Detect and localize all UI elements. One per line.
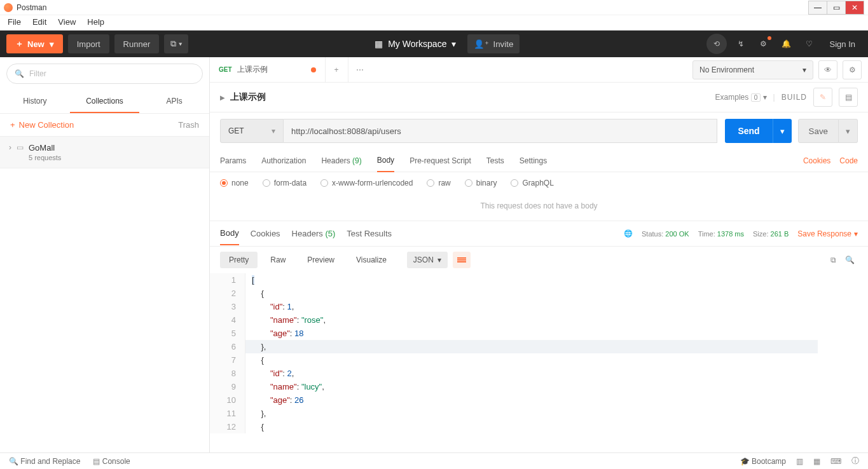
chevron-down-icon: ▾ — [451, 39, 456, 49]
workspace-selector[interactable]: ▦ My Workspace ▾ — [375, 39, 456, 49]
chevron-down-icon: ▾ — [272, 126, 275, 135]
save-dropdown[interactable]: ▾ — [839, 119, 858, 143]
request-tab[interactable]: GET 上课示例 — [210, 57, 326, 82]
format-selector[interactable]: JSON▾ — [407, 252, 448, 268]
shortcuts-icon[interactable]: ⌨ — [830, 457, 841, 466]
comments-button[interactable]: ▤ — [839, 88, 858, 107]
settings-icon[interactable]: ⚙ — [755, 35, 773, 53]
tab-headers[interactable]: Headers (9) — [321, 150, 361, 172]
collection-item[interactable]: › ▭ GoMall 5 requests — [0, 136, 209, 168]
resp-tab-cookies[interactable]: Cookies — [251, 222, 280, 245]
sign-in-link[interactable]: Sign In — [823, 39, 862, 49]
filter-input[interactable]: 🔍 Filter — [6, 64, 203, 84]
radio-none[interactable]: none — [220, 179, 249, 187]
no-body-message: This request does not have a body — [210, 194, 868, 221]
trash-link[interactable]: Trash — [178, 120, 199, 130]
chevron-down-icon: ▾ — [803, 65, 806, 74]
globe-icon[interactable]: 🌐 — [624, 229, 633, 238]
capture-icon[interactable]: ↯ — [732, 35, 750, 53]
radio-urlencoded[interactable]: x-www-form-urlencoded — [320, 179, 413, 187]
tab-settings[interactable]: Settings — [520, 150, 547, 172]
code-link[interactable]: Code — [839, 156, 858, 165]
examples-dropdown[interactable]: Examples 0 ▾ — [715, 93, 767, 102]
resp-tab-body[interactable]: Body — [220, 222, 239, 245]
url-row: GET▾ Send ▾ Save ▾ — [210, 112, 868, 149]
tab-more-button[interactable]: ⋯ — [348, 57, 371, 82]
search-response-button[interactable]: 🔍 — [841, 252, 858, 268]
send-button[interactable]: Send — [725, 119, 772, 143]
import-button[interactable]: Import — [68, 34, 109, 53]
copy-button[interactable]: ⧉ — [825, 252, 841, 268]
heart-icon[interactable]: ♡ — [801, 35, 818, 53]
view-preview[interactable]: Preview — [298, 252, 343, 268]
new-tab-button[interactable]: + — [326, 57, 348, 82]
url-input[interactable] — [284, 119, 717, 143]
menu-file[interactable]: File — [8, 17, 21, 27]
help-icon[interactable]: ⓘ — [851, 456, 859, 466]
menu-view[interactable]: View — [58, 17, 76, 27]
tab-body[interactable]: Body — [377, 149, 394, 172]
send-dropdown[interactable]: ▾ — [773, 119, 792, 143]
runner-button[interactable]: Runner — [114, 34, 160, 53]
find-replace-button[interactable]: 🔍 Find and Replace — [9, 457, 80, 466]
sync-icon[interactable]: ⟲ — [706, 34, 727, 54]
radio-raw[interactable]: raw — [427, 179, 450, 187]
request-section-tabs: Params Authorization Headers (9) Body Pr… — [210, 149, 868, 172]
close-button[interactable]: ✕ — [845, 1, 864, 15]
expand-icon[interactable]: ▶ — [220, 94, 225, 101]
menu-bar: File Edit View Help — [0, 15, 868, 31]
chevron-right-icon: › — [9, 143, 11, 152]
tab-params[interactable]: Params — [220, 150, 246, 172]
radio-graphql[interactable]: GraphQL — [511, 179, 553, 187]
tab-history[interactable]: History — [0, 90, 70, 113]
save-response-link[interactable]: Save Response ▾ — [797, 229, 858, 238]
method-selector[interactable]: GET▾ — [220, 119, 284, 143]
size-value: 261 B — [771, 230, 789, 238]
search-icon: 🔍 — [15, 69, 24, 78]
maximize-button[interactable]: ▭ — [827, 1, 846, 15]
tab-apis[interactable]: APIs — [139, 90, 209, 113]
invite-button[interactable]: 👤⁺Invite — [467, 34, 520, 53]
unsaved-dot-icon — [311, 67, 316, 72]
radio-binary[interactable]: binary — [465, 179, 497, 187]
radio-form-data[interactable]: form-data — [263, 179, 307, 187]
new-button[interactable]: ＋New▾ — [6, 34, 63, 53]
content-area: GET 上课示例 + ⋯ No Environment▾ 👁 ⚙ ▶ 上课示例 … — [210, 57, 868, 452]
new-collection-link[interactable]: +New Collection — [10, 120, 74, 130]
response-body: 123456789101112 [ { "id": 1, "name": "ro… — [210, 273, 868, 433]
view-raw[interactable]: Raw — [261, 252, 294, 268]
app-icon — [4, 3, 13, 12]
folder-icon: ▭ — [17, 143, 24, 152]
request-title-bar: ▶ 上课示例 Examples 0 ▾ | BUILD ✎ ▤ — [210, 83, 868, 112]
build-label[interactable]: BUILD — [782, 93, 807, 102]
menu-help[interactable]: Help — [87, 17, 104, 27]
history-button[interactable]: ⧉ ▾ — [164, 34, 188, 53]
notifications-icon[interactable]: 🔔 — [778, 35, 796, 53]
env-settings-button[interactable]: ⚙ — [843, 60, 862, 79]
wrap-lines-button[interactable] — [453, 252, 471, 268]
tab-prerequest[interactable]: Pre-request Script — [410, 150, 471, 172]
code-lines[interactable]: [ { "id": 1, "name": "rose", "age": 18 }… — [245, 273, 818, 433]
env-preview-button[interactable]: 👁 — [818, 60, 837, 79]
cookies-link[interactable]: Cookies — [803, 156, 830, 165]
edit-button[interactable]: ✎ — [813, 88, 832, 107]
status-bar: 🔍 Find and Replace ▤ Console 🎓 Bootcamp … — [0, 452, 868, 469]
view-visualize[interactable]: Visualize — [347, 252, 396, 268]
save-button[interactable]: Save — [798, 119, 839, 143]
view-pretty[interactable]: Pretty — [220, 252, 258, 268]
environment-selector[interactable]: No Environment▾ — [692, 60, 813, 79]
app-toolbar: ＋New▾ Import Runner ⧉ ▾ ▦ My Workspace ▾… — [0, 31, 868, 57]
minimize-button[interactable]: — — [808, 1, 827, 15]
tab-collections[interactable]: Collections — [70, 90, 140, 113]
tab-authorization[interactable]: Authorization — [261, 150, 306, 172]
console-button[interactable]: ▤ Console — [93, 457, 130, 466]
tab-tests[interactable]: Tests — [486, 150, 504, 172]
menu-edit[interactable]: Edit — [32, 17, 46, 27]
bootcamp-button[interactable]: 🎓 Bootcamp — [740, 457, 786, 466]
time-value: 1378 ms — [717, 230, 744, 238]
panel-icon-1[interactable]: ▥ — [796, 457, 803, 466]
panel-icon-2[interactable]: ▦ — [813, 457, 820, 466]
collection-name: GoMall — [29, 143, 61, 153]
resp-tab-tests[interactable]: Test Results — [347, 222, 392, 245]
resp-tab-headers[interactable]: Headers (5) — [292, 222, 336, 245]
